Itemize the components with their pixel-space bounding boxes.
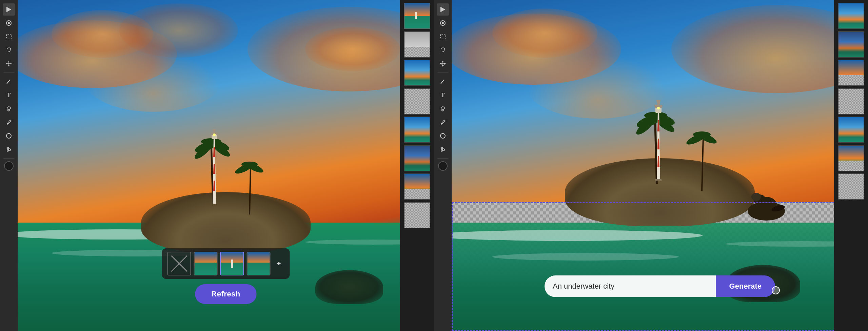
svg-point-13 — [7, 147, 9, 149]
tool-lasso-left[interactable] — [3, 44, 15, 56]
thumbnail-left-1[interactable] — [404, 3, 430, 29]
thumbnail-left-2[interactable] — [404, 31, 430, 58]
svg-marker-45 — [442, 65, 444, 67]
tool-separator-left — [3, 73, 14, 73]
prompt-input[interactable] — [545, 275, 716, 297]
thumbnail-right-6[interactable] — [838, 145, 864, 171]
tool-marquee-left[interactable] — [3, 30, 15, 43]
tool-move-right[interactable] — [437, 58, 449, 70]
generate-bar-right: Generate — [545, 275, 775, 297]
thumbnail-left-3[interactable] — [404, 60, 430, 86]
thumbnails-strip-left — [400, 0, 434, 331]
svg-rect-77 — [655, 179, 662, 181]
thumbnail-left-6[interactable] — [404, 145, 430, 171]
left-panel: T — [0, 0, 434, 331]
tool-separator2-left — [3, 158, 14, 159]
tool-pen-left[interactable] — [3, 76, 15, 88]
svg-point-9 — [6, 133, 11, 138]
thumbnail-right-7[interactable] — [838, 173, 864, 200]
tool-shape-left[interactable] — [3, 130, 15, 142]
svg-point-1 — [8, 22, 10, 24]
thumbnail-right-3[interactable] — [838, 60, 864, 86]
variation-options: ✦ — [162, 248, 290, 279]
thumbnail-right-5[interactable] — [838, 117, 864, 143]
thumbnail-left-4[interactable] — [404, 88, 430, 115]
svg-line-5 — [7, 80, 10, 84]
toolbar-right: T — [434, 0, 452, 331]
tool-play-left[interactable] — [3, 3, 15, 16]
svg-point-58 — [441, 150, 442, 151]
generate-bar-left: ✦ Refresh — [162, 248, 290, 304]
svg-marker-70 — [657, 156, 659, 167]
thumbnail-left-7[interactable] — [404, 173, 430, 200]
tool-move-left[interactable] — [3, 58, 15, 70]
cloud-right-4 — [492, 8, 597, 58]
palm-right — [234, 160, 265, 216]
svg-line-65 — [702, 137, 703, 191]
thumbnail-right-2[interactable] — [838, 31, 864, 58]
foam-right-2 — [492, 253, 679, 261]
thumbnail-left-5[interactable] — [404, 117, 430, 143]
tool-text-left[interactable]: T — [3, 89, 15, 101]
color-swatch-black-right[interactable] — [438, 161, 448, 171]
svg-line-48 — [441, 80, 444, 84]
svg-marker-44 — [442, 61, 444, 62]
magic-wand-icon[interactable]: ✦ — [273, 258, 284, 269]
toolbar-left: T — [0, 0, 18, 331]
tool-pen-right[interactable] — [437, 76, 449, 88]
cloud-puff-3 — [119, 3, 238, 58]
variation-thumb-3[interactable] — [247, 252, 271, 275]
tool-text-right[interactable]: T — [437, 89, 449, 101]
svg-point-14 — [9, 149, 10, 150]
svg-marker-28 — [213, 164, 215, 174]
svg-point-68 — [693, 131, 711, 138]
tool-adjust-left[interactable] — [3, 143, 15, 156]
tool-eyedropper-right[interactable] — [437, 116, 449, 128]
svg-rect-41 — [440, 34, 445, 39]
svg-rect-34 — [212, 204, 217, 204]
sealion-right — [739, 184, 793, 226]
tool-adjust-right[interactable] — [437, 143, 449, 156]
tool-separator2-right — [437, 158, 448, 159]
turtle-left — [315, 270, 383, 304]
generate-button[interactable]: Generate — [716, 275, 775, 297]
svg-point-49 — [441, 107, 445, 109]
cloud-left-3 — [85, 51, 221, 112]
thumbnail-right-1[interactable] — [838, 3, 864, 29]
thumbnail-right-4[interactable] — [838, 88, 864, 115]
svg-marker-72 — [657, 120, 659, 131]
tool-play-right[interactable] — [437, 3, 449, 16]
tool-brush-left[interactable] — [3, 17, 15, 29]
svg-marker-27 — [213, 181, 215, 191]
tool-eyedropper-left[interactable] — [3, 116, 15, 128]
variation-thumb-1[interactable] — [194, 252, 218, 275]
svg-point-76 — [657, 107, 660, 109]
variation-empty[interactable] — [167, 252, 191, 275]
lighthouse-right — [643, 79, 674, 182]
tool-stamp-right[interactable] — [437, 103, 449, 115]
svg-marker-29 — [213, 147, 215, 157]
svg-point-6 — [7, 107, 11, 109]
variation-thumb-2[interactable] — [220, 252, 244, 275]
svg-point-40 — [442, 22, 444, 24]
svg-point-83 — [751, 193, 761, 201]
tool-lasso-right[interactable] — [437, 44, 449, 56]
canvas-left: ✦ Refresh — [18, 0, 434, 331]
svg-point-33 — [213, 133, 216, 136]
tool-shape-right[interactable] — [437, 130, 449, 142]
color-swatch-black-left[interactable] — [4, 161, 14, 171]
refresh-button[interactable]: Refresh — [195, 284, 256, 304]
svg-marker-47 — [444, 63, 446, 65]
tool-stamp-left[interactable] — [3, 103, 15, 115]
svg-line-22 — [250, 167, 251, 214]
svg-marker-75 — [656, 100, 660, 105]
tool-marquee-right[interactable] — [437, 30, 449, 43]
svg-point-57 — [443, 149, 444, 150]
svg-point-56 — [441, 147, 443, 149]
thumbnail-left-8[interactable] — [404, 202, 430, 228]
svg-point-52 — [440, 133, 445, 138]
tool-brush-right[interactable] — [437, 17, 449, 29]
foam-right-1 — [452, 230, 703, 241]
svg-point-15 — [7, 150, 8, 151]
svg-marker-46 — [440, 63, 441, 65]
